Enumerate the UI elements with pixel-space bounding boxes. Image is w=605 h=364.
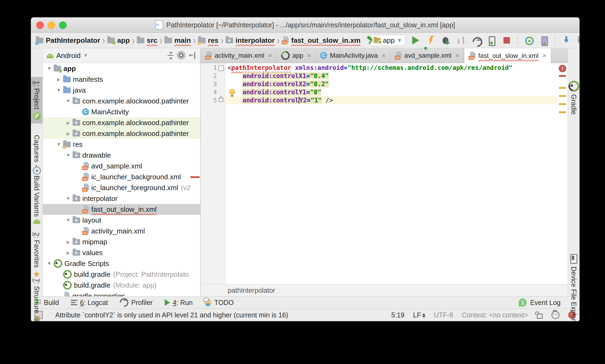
- error-stripe[interactable]: !: [558, 63, 568, 284]
- tree-row-java[interactable]: ▼java: [43, 85, 200, 96]
- breadcrumb-item-main[interactable]: main: [164, 36, 191, 45]
- context-indicator[interactable]: Context: <no context>: [462, 311, 528, 319]
- tree-row-manifests[interactable]: ▶manifests: [43, 74, 200, 85]
- tool-strip-tab-device-file-explorer[interactable]: Device File Explorer: [568, 254, 580, 321]
- breadcrumb-item-fast-out-slow-in-xm[interactable]: <>fast_out_slow_in.xm: [282, 36, 360, 45]
- title-bar[interactable]: PathInterpolator [~/PathInterpolator] - …: [31, 17, 580, 33]
- breadcrumb-item-interpolator[interactable]: interpolator: [226, 36, 275, 45]
- tree-row-com-example-alockwood-pathinter[interactable]: ▼com.example.alockwood.pathinter: [43, 96, 200, 106]
- tree-row-gradle-scripts[interactable]: ▼Gradle Scripts: [43, 258, 200, 269]
- profile-app-button[interactable]: [472, 36, 481, 45]
- zoom-window-button[interactable]: [59, 21, 67, 29]
- tree-row-interpolator[interactable]: ▼interpolator: [43, 193, 200, 204]
- tree-row-values[interactable]: ▶values: [43, 247, 200, 258]
- event-log-button[interactable]: 1Event Log: [519, 298, 561, 307]
- tree-row-res[interactable]: ▼res: [43, 139, 200, 150]
- stop-button[interactable]: [502, 36, 511, 45]
- tab-avd-sample-xml[interactable]: <>avd_sample.xml×: [390, 48, 464, 63]
- tab-app[interactable]: app×: [277, 48, 316, 63]
- bottom-bar-item---logcat[interactable]: 6: Logcat: [71, 299, 108, 307]
- line-ending-select[interactable]: LF: [413, 311, 425, 319]
- error-stripe-mark[interactable]: [559, 75, 566, 77]
- file-encoding[interactable]: UTF-8: [434, 311, 453, 319]
- tree-expanded-arrow-icon[interactable]: ▼: [45, 66, 53, 71]
- run-configuration-select[interactable]: app ▼: [370, 35, 406, 46]
- tab-activity-main-xml[interactable]: <>activity_main.xml×: [201, 48, 277, 63]
- tool-strip-tab-captures[interactable]: Captures: [31, 135, 43, 175]
- unlock-icon[interactable]: [537, 314, 543, 319]
- error-indicator-icon[interactable]: !: [559, 65, 566, 72]
- bottom-bar-item-profiler[interactable]: Profiler: [120, 298, 152, 307]
- tree-expanded-arrow-icon[interactable]: ▼: [45, 261, 53, 266]
- tool-strip-tab-gradle[interactable]: Gradle: [568, 81, 580, 115]
- minimize-window-button[interactable]: [48, 21, 55, 29]
- gradle-sync-button[interactable]: [524, 36, 534, 45]
- breadcrumb-item-pathinterpolator[interactable]: PathInterpolator: [36, 36, 100, 45]
- tree-expanded-arrow-icon[interactable]: ▼: [55, 88, 63, 93]
- gear-icon[interactable]: [177, 51, 186, 60]
- tree-row-build-gradle[interactable]: build.gradle(Module: app): [43, 280, 200, 291]
- chevron-down-icon[interactable]: ▼: [83, 53, 88, 58]
- warning-stripe-mark[interactable]: [559, 95, 566, 97]
- tree-row-com-example-alockwood-pathinter[interactable]: ▶com.example.alockwood.pathinter: [43, 117, 200, 128]
- project-structure-button[interactable]: [577, 36, 580, 45]
- tree-row-com-example-alockwood-pathinter[interactable]: ▶com.example.alockwood.pathinter: [43, 128, 200, 139]
- tree-collapsed-arrow-icon[interactable]: ▶: [64, 250, 72, 255]
- tree-collapsed-arrow-icon[interactable]: ▶: [64, 239, 72, 245]
- caret-position[interactable]: 5:19: [391, 311, 405, 319]
- debug-button[interactable]: [441, 36, 451, 45]
- fold-marker-icon[interactable]: −: [218, 65, 224, 71]
- close-icon[interactable]: ×: [268, 51, 272, 60]
- close-icon[interactable]: ×: [382, 51, 386, 60]
- code-content[interactable]: <pathInterpolator xmlns:android="http://…: [225, 63, 558, 284]
- tool-strip-tab-build-variants[interactable]: Build Variants: [31, 176, 43, 224]
- breadcrumb-item-res[interactable]: res: [198, 36, 219, 45]
- project-view-selector[interactable]: Android: [56, 51, 81, 60]
- tree-expanded-arrow-icon[interactable]: ▼: [64, 153, 72, 158]
- attach-debugger-button[interactable]: [487, 36, 496, 45]
- tree-row-build-gradle[interactable]: build.gradle(Project: PathInterpolato: [43, 269, 200, 280]
- tree-expanded-arrow-icon[interactable]: ▼: [64, 196, 72, 201]
- tab-mainactivity-java[interactable]: CMainActivity.java×: [316, 48, 390, 63]
- sdk-manager-button[interactable]: [562, 36, 571, 45]
- inspections-hector-icon[interactable]: [551, 311, 560, 319]
- close-window-button[interactable]: [36, 21, 44, 29]
- tree-row-mainactivity[interactable]: CMainActivity: [43, 106, 200, 117]
- run-button[interactable]: [411, 36, 420, 45]
- bottom-bar-item-build[interactable]: Build: [35, 299, 59, 307]
- warning-stripe-mark[interactable]: [559, 87, 566, 89]
- breadcrumb-item-app[interactable]: app: [107, 36, 130, 45]
- tree-row-drawable[interactable]: ▼drawable: [43, 150, 200, 161]
- hide-panel-button[interactable]: [188, 51, 196, 60]
- tree-expanded-arrow-icon[interactable]: ▼: [55, 142, 63, 147]
- tree-expanded-arrow-icon[interactable]: ▼: [64, 99, 72, 103]
- close-icon[interactable]: ×: [307, 51, 311, 60]
- tree-collapsed-arrow-icon[interactable]: ▶: [64, 131, 72, 136]
- breadcrumb-item-src[interactable]: src: [137, 36, 157, 45]
- close-icon[interactable]: ×: [455, 51, 459, 60]
- tree-collapsed-arrow-icon[interactable]: ▶: [64, 120, 72, 125]
- tree-collapsed-arrow-icon[interactable]: ▶: [55, 77, 63, 82]
- tree-row-app[interactable]: ▼app: [43, 63, 200, 74]
- warning-stripe-mark[interactable]: [559, 103, 566, 105]
- apply-changes-button[interactable]: [426, 36, 435, 45]
- tree-expanded-arrow-icon[interactable]: ▼: [64, 218, 72, 223]
- tree-row-avd-sample-xml[interactable]: <>avd_sample.xml: [43, 161, 200, 171]
- scroll-to-source-button[interactable]: [167, 51, 175, 60]
- tree-row-fast-out-slow-in-xml[interactable]: <>fast_out_slow_in.xml: [43, 204, 200, 215]
- tool-strip-tab-2--favorites[interactable]: 2: Favorites★: [31, 232, 43, 278]
- avd-manager-button[interactable]: [539, 36, 549, 45]
- tree-row-mipmap[interactable]: ▶mipmap: [43, 236, 200, 247]
- bottom-bar-item---run[interactable]: 4: Run: [165, 299, 193, 307]
- tab-fast-out-slow-in-xml[interactable]: <>fast_out_slow_in.xml×: [464, 48, 551, 63]
- tree-row-ic-launcher-foreground-xml[interactable]: <>ic_launcher_foreground.xml(v2: [43, 182, 200, 193]
- close-icon[interactable]: ×: [542, 51, 547, 60]
- warning-stripe-mark[interactable]: [559, 111, 566, 113]
- tree-row-layout[interactable]: ▼layout: [43, 215, 200, 226]
- editor-breadcrumb-bar[interactable]: pathInterpolator: [201, 284, 568, 296]
- tree-row-gradle-properties[interactable]: gradle.properties: [43, 291, 200, 296]
- tree-row-activity-main-xml[interactable]: <>activity_main.xml: [43, 226, 200, 236]
- tool-strip-tab-1--project[interactable]: 1: Project: [31, 77, 43, 123]
- code-editor[interactable]: 1 2 3 4 5 − <pathInterpolator xmlns:andr…: [201, 63, 568, 284]
- bottom-bar-item-todo[interactable]: TODO: [204, 299, 234, 307]
